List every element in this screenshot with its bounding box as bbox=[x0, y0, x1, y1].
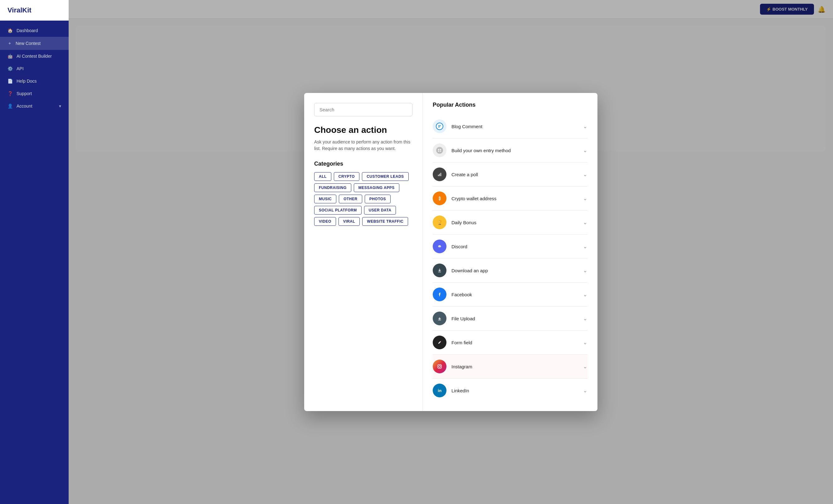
category-btn-customer-leads[interactable]: CUSTOMER LEADS bbox=[362, 172, 408, 181]
category-btn-fundraising[interactable]: FUNDRAISING bbox=[314, 184, 351, 192]
svg-rect-7 bbox=[438, 175, 439, 176]
action-item-form-field[interactable]: Form field ⌄ bbox=[433, 331, 588, 355]
category-btn-video[interactable]: VIDEO bbox=[314, 217, 336, 226]
category-btn-viral[interactable]: VIRAL bbox=[338, 217, 360, 226]
modal-title: Choose an action bbox=[314, 125, 412, 135]
category-btn-website-traffic[interactable]: WEBSITE TRAFFIC bbox=[362, 217, 408, 226]
svg-point-1 bbox=[436, 147, 443, 154]
sidebar-item-account[interactable]: 👤 Account ▾ bbox=[0, 100, 69, 112]
action-list: Blog Comment ⌄ bbox=[433, 115, 588, 402]
category-btn-all[interactable]: ALL bbox=[314, 172, 331, 181]
category-btn-messaging-apps[interactable]: MESSAGING APPS bbox=[354, 184, 399, 192]
category-btn-social-platform[interactable]: SOCIAL PLATFORM bbox=[314, 206, 362, 215]
category-btn-music[interactable]: MUSIC bbox=[314, 195, 336, 203]
main-content: ⚡ BOOST MONTHLY 🔔 Choose an action Ask y… bbox=[69, 0, 833, 504]
sidebar-item-label: Support bbox=[17, 91, 32, 96]
action-label: LinkedIn bbox=[451, 388, 578, 393]
sidebar: ViralKit 🏠 Dashboard ＋ New Contest 🤖 AI … bbox=[0, 0, 69, 504]
chevron-down-icon: ▾ bbox=[59, 103, 61, 109]
action-label: Daily Bonus bbox=[451, 220, 578, 225]
person-icon: 👤 bbox=[7, 103, 13, 109]
action-label: Blog Comment bbox=[451, 124, 578, 129]
search-input[interactable] bbox=[314, 103, 412, 116]
action-item-linkedin[interactable]: LinkedIn ⌄ bbox=[433, 379, 588, 402]
svg-text:₿: ₿ bbox=[439, 196, 441, 201]
action-label: Facebook bbox=[451, 292, 578, 297]
svg-rect-22 bbox=[438, 365, 442, 368]
poll-icon bbox=[433, 167, 447, 181]
build-icon bbox=[433, 143, 447, 157]
facebook-icon bbox=[433, 288, 447, 301]
instagram-icon bbox=[433, 360, 447, 373]
action-item-instagram[interactable]: Instagram ⌄ bbox=[433, 355, 588, 379]
crypto-icon: ₿ bbox=[433, 192, 447, 205]
robot-icon: 🤖 bbox=[7, 54, 13, 58]
svg-point-16 bbox=[440, 246, 441, 247]
action-item-download-app[interactable]: Download an app ⌄ bbox=[433, 259, 588, 283]
sidebar-item-label: New Contest bbox=[16, 41, 41, 46]
action-item-create-poll[interactable]: Create a poll ⌄ bbox=[433, 163, 588, 187]
action-label: Create a poll bbox=[451, 172, 578, 177]
action-modal: Choose an action Ask your audience to pe… bbox=[304, 93, 597, 411]
sidebar-item-ai-contest[interactable]: 🤖 AI Contest Builder bbox=[0, 50, 69, 63]
action-item-facebook[interactable]: Facebook ⌄ bbox=[433, 283, 588, 307]
house-icon: 🏠 bbox=[7, 28, 13, 33]
doc-icon: 📄 bbox=[7, 79, 13, 83]
sidebar-item-support[interactable]: ❓ Support bbox=[0, 87, 69, 100]
action-item-daily-bonus[interactable]: 🏆 Daily Bonus ⌄ bbox=[433, 211, 588, 235]
svg-rect-3 bbox=[440, 149, 441, 150]
action-label: File Upload bbox=[451, 316, 578, 321]
modal-right-panel: Popular Actions Blog Comment ⌄ bbox=[423, 93, 597, 411]
linkedin-icon bbox=[433, 384, 447, 397]
chevron-icon: ⌄ bbox=[583, 147, 588, 154]
svg-point-21 bbox=[441, 341, 441, 341]
action-label: Crypto wallet address bbox=[451, 196, 578, 201]
svg-point-23 bbox=[439, 365, 441, 367]
chevron-icon: ⌄ bbox=[583, 267, 588, 274]
action-item-crypto-wallet[interactable]: ₿ Crypto wallet address ⌄ bbox=[433, 187, 588, 211]
action-label: Download an app bbox=[451, 268, 578, 273]
svg-rect-5 bbox=[440, 151, 441, 151]
chevron-icon: ⌄ bbox=[583, 243, 588, 250]
sidebar-item-help[interactable]: 📄 Help Docs bbox=[0, 75, 69, 87]
svg-rect-8 bbox=[439, 174, 440, 176]
modal-left-panel: Choose an action Ask your audience to pe… bbox=[304, 93, 423, 411]
download-icon bbox=[433, 264, 447, 277]
category-btn-crypto[interactable]: CRYPTO bbox=[334, 172, 359, 181]
category-btn-photos[interactable]: PHOTOS bbox=[365, 195, 390, 203]
svg-rect-9 bbox=[441, 173, 441, 176]
action-label: Build your own entry method bbox=[451, 148, 578, 153]
svg-rect-2 bbox=[438, 149, 439, 150]
category-btn-user-data[interactable]: USER DATA bbox=[364, 206, 396, 215]
chevron-icon: ⌄ bbox=[583, 291, 588, 298]
sidebar-item-api[interactable]: ⚙️ API bbox=[0, 63, 69, 75]
sidebar-item-dashboard[interactable]: 🏠 Dashboard bbox=[0, 24, 69, 37]
svg-text:🏆: 🏆 bbox=[437, 220, 443, 225]
gear-icon: ⚙️ bbox=[7, 66, 13, 71]
action-item-blog-comment[interactable]: Blog Comment ⌄ bbox=[433, 115, 588, 139]
svg-point-24 bbox=[441, 365, 441, 366]
action-item-build-entry[interactable]: Build your own entry method ⌄ bbox=[433, 139, 588, 163]
chevron-icon: ⌄ bbox=[583, 315, 588, 322]
action-label: Discord bbox=[451, 244, 578, 249]
app-container: ViralKit 🏠 Dashboard ＋ New Contest 🤖 AI … bbox=[0, 0, 833, 504]
popular-actions-title: Popular Actions bbox=[433, 102, 588, 108]
sidebar-nav: 🏠 Dashboard ＋ New Contest 🤖 AI Contest B… bbox=[0, 21, 69, 504]
chevron-icon: ⌄ bbox=[583, 387, 588, 394]
action-item-discord[interactable]: Discord ⌄ bbox=[433, 235, 588, 259]
svg-point-27 bbox=[438, 389, 439, 389]
action-label: Form field bbox=[451, 340, 578, 345]
bonus-icon: 🏆 bbox=[433, 216, 447, 229]
action-item-file-upload[interactable]: File Upload ⌄ bbox=[433, 307, 588, 331]
category-btn-other[interactable]: OTHER bbox=[339, 195, 362, 203]
chevron-icon: ⌄ bbox=[583, 195, 588, 202]
chevron-icon: ⌄ bbox=[583, 363, 588, 370]
plus-icon: ＋ bbox=[7, 41, 12, 46]
sidebar-item-label: AI Contest Builder bbox=[17, 54, 52, 58]
modal-overlay[interactable]: Choose an action Ask your audience to pe… bbox=[69, 0, 833, 504]
question-icon: ❓ bbox=[7, 91, 13, 96]
sidebar-item-new-contest[interactable]: ＋ New Contest bbox=[0, 37, 69, 50]
chevron-icon: ⌄ bbox=[583, 339, 588, 346]
brand-logo: ViralKit bbox=[0, 0, 69, 21]
blog-icon bbox=[433, 119, 447, 133]
